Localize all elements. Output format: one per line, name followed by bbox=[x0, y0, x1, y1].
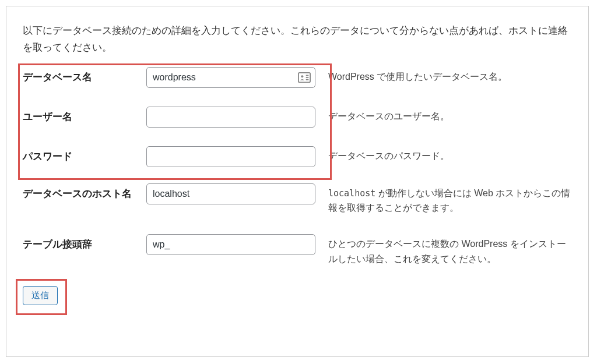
row-password: パスワード データベースのパスワード。 bbox=[23, 146, 572, 167]
row-dbhost: データベースのホスト名 localhost が動作しない場合には Web ホスト… bbox=[23, 183, 572, 215]
submit-area: 送信 bbox=[23, 286, 58, 305]
label-dbhost: データベースのホスト名 bbox=[23, 183, 146, 201]
setup-config-panel: 以下にデータベース接続のための詳細を入力してください。これらのデータについて分か… bbox=[6, 6, 589, 357]
input-password[interactable] bbox=[146, 146, 315, 167]
submit-button[interactable]: 送信 bbox=[23, 286, 58, 305]
label-username: ユーザー名 bbox=[23, 107, 146, 124]
desc-dbhost-code: localhost bbox=[328, 188, 375, 199]
form-area: データベース名 WordP bbox=[23, 67, 572, 266]
row-username: ユーザー名 データベースのユーザー名。 bbox=[23, 107, 572, 128]
desc-password: データベースのパスワード。 bbox=[321, 146, 572, 164]
contact-card-icon bbox=[298, 72, 311, 83]
label-dbname: データベース名 bbox=[23, 67, 146, 84]
input-prefix[interactable] bbox=[146, 234, 315, 255]
desc-dbhost: localhost が動作しない場合には Web ホストからこの情報を取得するこ… bbox=[321, 183, 572, 215]
desc-prefix: ひとつのデータベースに複数の WordPress をインストールしたい場合、これ… bbox=[321, 234, 572, 266]
input-username[interactable] bbox=[146, 107, 315, 128]
intro-text: 以下にデータベース接続のための詳細を入力してください。これらのデータについて分か… bbox=[23, 23, 572, 56]
desc-username: データベースのユーザー名。 bbox=[321, 107, 572, 124]
label-password: パスワード bbox=[23, 146, 146, 164]
input-dbname[interactable] bbox=[146, 67, 315, 88]
label-prefix: テーブル接頭辞 bbox=[23, 234, 146, 252]
desc-dbname: WordPress で使用したいデータベース名。 bbox=[321, 67, 572, 84]
row-dbname: データベース名 WordP bbox=[23, 67, 572, 88]
input-dbhost[interactable] bbox=[146, 183, 315, 204]
svg-point-1 bbox=[301, 75, 303, 77]
row-prefix: テーブル接頭辞 ひとつのデータベースに複数の WordPress をインストール… bbox=[23, 234, 572, 266]
